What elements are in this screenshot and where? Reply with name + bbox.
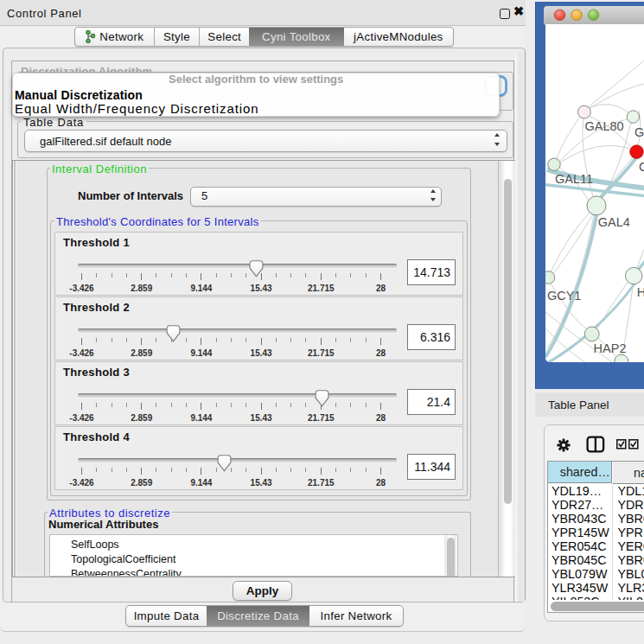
svg-text:CY: CY [639,160,644,174]
svg-text:GAL11: GAL11 [555,172,593,186]
svg-text:GCY1: GCY1 [547,289,582,303]
svg-text:GAL4: GAL4 [598,215,630,229]
svg-text:GA: GA [634,125,644,139]
svg-text:HAP2: HAP2 [594,341,627,355]
svg-text:GAL80: GAL80 [585,119,624,133]
svg-text:H: H [637,285,644,299]
